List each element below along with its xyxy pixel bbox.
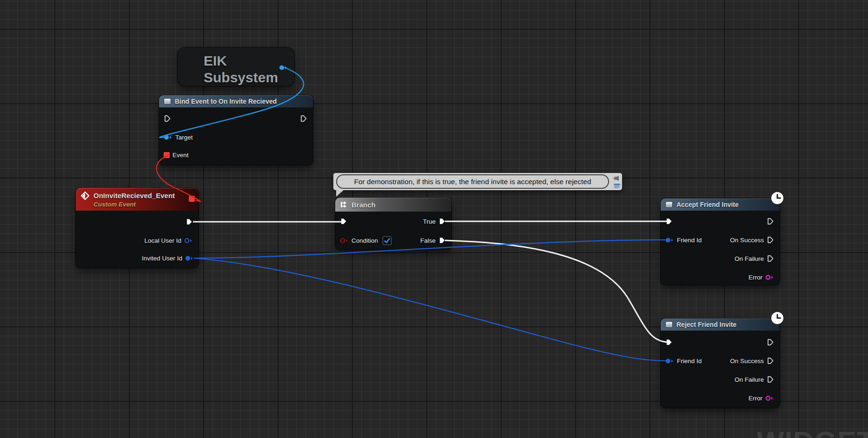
function-icon — [665, 201, 673, 208]
node-title: Reject Friend Invite — [676, 321, 736, 328]
delegate-out-pin[interactable] — [189, 196, 195, 202]
pin-label: True — [423, 218, 436, 225]
comment-bubble-tail — [336, 190, 344, 197]
comment-pin-icon[interactable] — [613, 175, 620, 181]
error-pin[interactable] — [765, 274, 774, 280]
condition-pin[interactable] — [340, 238, 349, 244]
node-comment-bubble[interactable]: For demonstration, if this is true, the … — [333, 173, 622, 190]
exec-out-pin[interactable] — [300, 115, 307, 122]
exec-in-pin[interactable] — [340, 218, 347, 225]
error-pin[interactable] — [765, 395, 774, 401]
node-header: Accept Friend Invite — [661, 199, 780, 211]
on-failure-exec-pin[interactable] — [767, 376, 774, 383]
function-icon — [665, 321, 673, 328]
node-subtitle: Custom Event — [93, 201, 136, 208]
exec-out-pin[interactable] — [186, 218, 193, 226]
pin-label: Event — [172, 152, 189, 159]
node-title: Branch — [351, 201, 376, 209]
node-title: Bind Event to On Invite Recieved — [175, 98, 277, 105]
node-branch[interactable]: Branch True Condition False — [335, 198, 451, 250]
exec-in-pin[interactable] — [665, 338, 673, 346]
pin-label: Condition — [351, 237, 378, 244]
invited-user-id-pin[interactable] — [185, 255, 194, 261]
event-diamond-icon — [80, 191, 90, 200]
pin-label: On Failure — [735, 255, 764, 262]
function-icon — [164, 98, 171, 105]
node-eik-subsystem[interactable]: EIK Subsystem — [178, 47, 294, 86]
on-failure-exec-pin[interactable] — [767, 255, 774, 262]
blueprint-graph-canvas[interactable]: WIDGET BLUEPRINT EIK Subsystem Bind Even… — [0, 0, 868, 438]
pin-label: On Success — [730, 237, 764, 244]
pin-label: Local User Id — [144, 237, 181, 244]
pin-label: Invited User Id — [142, 255, 182, 262]
pin-label: On Success — [730, 358, 764, 365]
return-value-pin[interactable] — [279, 65, 288, 71]
node-header: OnInviteRecieved_Event Custom Event — [76, 188, 199, 211]
node-accept-friend-invite[interactable]: Accept Friend Invite Friend Id On Succes… — [661, 199, 780, 285]
pin-label: Friend Id — [677, 237, 702, 244]
on-success-exec-pin[interactable] — [767, 357, 774, 365]
pin-label: Error — [749, 274, 762, 281]
exec-out-pin[interactable] — [767, 338, 774, 346]
exec-out-pin[interactable] — [767, 218, 774, 225]
on-success-exec-pin[interactable] — [767, 236, 774, 244]
pin-label: False — [420, 237, 436, 244]
false-exec-pin[interactable] — [438, 237, 446, 244]
node-title: OnInviteRecieved_Event — [93, 192, 175, 199]
wire-exec-false-to-reject — [445, 240, 668, 342]
node-header: Reject Friend Invite — [661, 319, 780, 331]
friend-id-pin[interactable] — [665, 358, 674, 364]
node-custom-event[interactable]: OnInviteRecieved_Event Custom Event Loca… — [76, 188, 199, 268]
node-reject-friend-invite[interactable]: Reject Friend Invite Friend Id On Succes… — [661, 319, 780, 408]
friend-id-pin[interactable] — [665, 237, 674, 243]
graph-watermark: WIDGET BLUEPRINT — [757, 425, 868, 438]
node-bind-event[interactable]: Bind Event to On Invite Recieved Target … — [159, 95, 313, 165]
node-title: Accept Friend Invite — [676, 201, 739, 208]
pin-label: Error — [749, 395, 762, 402]
exec-in-pin[interactable] — [164, 115, 171, 122]
target-pin[interactable] — [164, 134, 172, 140]
event-delegate-pin[interactable] — [164, 152, 170, 158]
true-exec-pin[interactable] — [438, 218, 446, 225]
pin-label: On Failure — [735, 376, 764, 383]
latent-clock-icon — [771, 312, 784, 326]
pin-label: Friend Id — [677, 358, 702, 365]
condition-checkbox[interactable] — [383, 236, 391, 245]
wire-invited-to-reject-friendid — [194, 258, 667, 361]
local-user-id-pin[interactable] — [184, 238, 193, 244]
exec-in-pin[interactable] — [665, 218, 673, 225]
node-title: EIK Subsystem — [178, 47, 294, 86]
latent-clock-icon — [771, 192, 784, 206]
comment-bubble-graph-icon[interactable] — [614, 182, 620, 187]
pin-label: Target — [175, 134, 193, 141]
node-header: Branch — [335, 198, 451, 212]
node-header: Bind Event to On Invite Recieved — [159, 95, 313, 107]
comment-text: For demonstration, if this is true, the … — [336, 174, 609, 189]
branch-icon — [340, 201, 348, 208]
